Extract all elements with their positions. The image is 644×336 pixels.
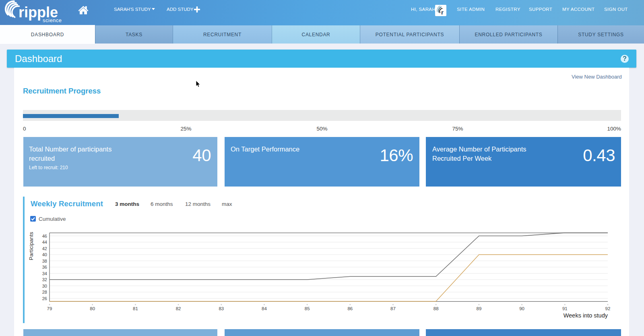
svg-text:86: 86 (347, 306, 353, 311)
svg-text:36: 36 (42, 265, 47, 270)
svg-text:r: r (441, 9, 444, 16)
svg-text:science: science (43, 17, 62, 23)
svg-text:89: 89 (477, 306, 482, 311)
svg-text:83: 83 (219, 306, 224, 311)
svg-text:Weeks into study: Weeks into study (564, 312, 608, 319)
svg-text:84: 84 (262, 306, 267, 311)
svg-text:46: 46 (42, 234, 47, 239)
svg-text:88: 88 (433, 306, 439, 311)
svg-text:40: 40 (42, 252, 47, 257)
svg-text:Participants: Participants (28, 232, 34, 260)
svg-text:30: 30 (42, 284, 47, 288)
svg-text:80: 80 (90, 306, 95, 311)
svg-text:87: 87 (390, 306, 396, 311)
svg-text:82: 82 (176, 306, 181, 311)
svg-text:92: 92 (605, 306, 611, 311)
svg-text:79: 79 (47, 306, 52, 311)
svg-text:38: 38 (42, 259, 47, 263)
svg-text:26: 26 (42, 296, 47, 301)
svg-text:44: 44 (42, 240, 47, 245)
svg-text:34: 34 (42, 271, 47, 276)
svg-text:90: 90 (519, 306, 524, 311)
svg-text:42: 42 (42, 246, 47, 251)
svg-text:28: 28 (42, 290, 47, 295)
svg-text:85: 85 (305, 306, 310, 311)
svg-text:81: 81 (133, 306, 138, 311)
svg-text:32: 32 (42, 277, 47, 282)
svg-text:91: 91 (562, 306, 568, 311)
